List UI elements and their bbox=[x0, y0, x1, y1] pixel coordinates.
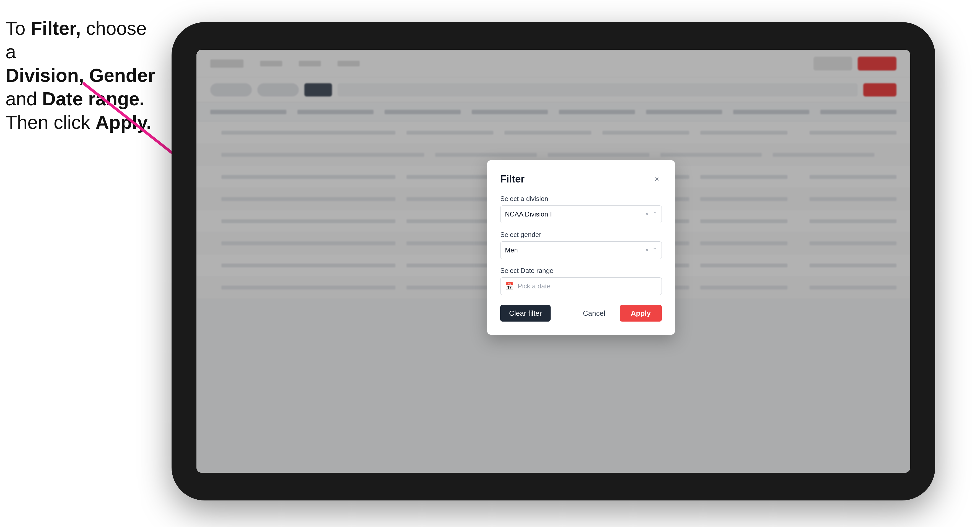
division-select-controls: × ⌃ bbox=[645, 211, 657, 218]
cancel-button[interactable]: Cancel bbox=[574, 305, 614, 322]
calendar-icon: 📅 bbox=[505, 282, 514, 290]
instruction-line2: Division, Gender bbox=[6, 65, 155, 86]
division-label: Select a division bbox=[500, 195, 662, 203]
modal-overlay: Filter × Select a division NCAA Division… bbox=[196, 50, 910, 473]
gender-select-controls: × ⌃ bbox=[645, 247, 657, 254]
instruction-text: To Filter, choose a Division, Gender and… bbox=[6, 17, 161, 134]
instruction-line1: To Filter, choose a bbox=[6, 18, 146, 62]
instruction-line3: and Date range. bbox=[6, 88, 145, 109]
instruction-line4: Then click Apply. bbox=[6, 112, 152, 133]
date-range-input[interactable]: 📅 Pick a date bbox=[500, 277, 662, 295]
gender-select[interactable]: Men × ⌃ bbox=[500, 241, 662, 259]
division-chevron-icon: ⌃ bbox=[652, 211, 657, 218]
modal-title: Filter bbox=[500, 173, 525, 185]
modal-header: Filter × bbox=[500, 173, 662, 185]
gender-clear-icon[interactable]: × bbox=[645, 247, 649, 254]
filter-modal: Filter × Select a division NCAA Division… bbox=[487, 160, 675, 335]
division-select-value: NCAA Division I bbox=[505, 210, 552, 218]
clear-filter-button[interactable]: Clear filter bbox=[500, 305, 550, 322]
apply-button[interactable]: Apply bbox=[620, 305, 662, 322]
gender-label: Select gender bbox=[500, 231, 662, 239]
gender-field: Select gender Men × ⌃ bbox=[500, 231, 662, 259]
modal-footer: Clear filter Cancel Apply bbox=[500, 305, 662, 322]
tablet-screen: Filter × Select a division NCAA Division… bbox=[196, 50, 910, 473]
tablet-frame: Filter × Select a division NCAA Division… bbox=[172, 22, 935, 500]
modal-right-buttons: Cancel Apply bbox=[574, 305, 662, 322]
gender-chevron-icon: ⌃ bbox=[652, 247, 657, 254]
division-field: Select a division NCAA Division I × ⌃ bbox=[500, 195, 662, 223]
modal-close-button[interactable]: × bbox=[652, 174, 662, 184]
division-select[interactable]: NCAA Division I × ⌃ bbox=[500, 205, 662, 223]
date-range-label: Select Date range bbox=[500, 267, 662, 275]
date-placeholder: Pick a date bbox=[518, 282, 550, 290]
division-clear-icon[interactable]: × bbox=[645, 211, 649, 218]
gender-select-value: Men bbox=[505, 246, 518, 254]
date-range-field: Select Date range 📅 Pick a date bbox=[500, 267, 662, 295]
